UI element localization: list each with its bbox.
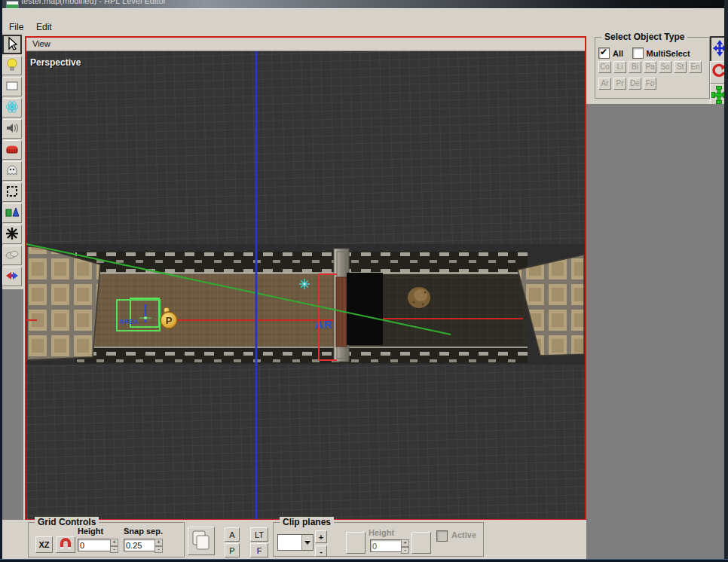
- cursor-icon: [5, 36, 20, 53]
- type-areas-button[interactable]: Ar: [598, 78, 611, 90]
- tool-static-objects-button[interactable]: [2, 140, 22, 160]
- grid-controls-group: Grid Controls XZ Height + - Snap sep. + …: [28, 522, 185, 557]
- menu-file[interactable]: File: [6, 20, 26, 34]
- spinner-down-button[interactable]: -: [110, 546, 118, 554]
- magnet-icon: [58, 537, 73, 552]
- scene-3d[interactable]: AREA AREA: [26, 51, 585, 519]
- particle-atom-icon: [5, 99, 20, 117]
- primitives-icon: [5, 205, 20, 222]
- clip-plane-selected-value: [278, 535, 301, 550]
- ghost-icon: [5, 163, 20, 180]
- tool-billboards-button[interactable]: [2, 77, 22, 96]
- tool-areas-button[interactable]: [2, 182, 22, 202]
- title-bar: tester.map(modified) - HPL Level Editor: [0, 0, 728, 8]
- wall-bottom-rail: [75, 347, 528, 363]
- grid-height-label: Height: [78, 527, 103, 536]
- clip-height-input[interactable]: [370, 539, 402, 552]
- left-filler-panel: [2, 289, 23, 520]
- grid-controls-title: Grid Controls: [35, 517, 99, 527]
- type-primitives-button[interactable]: Pr: [613, 78, 626, 90]
- dashed-box-icon: [5, 184, 20, 201]
- grid-plane-button[interactable]: XZ: [35, 536, 53, 553]
- grid-height-spinner: + -: [110, 539, 118, 553]
- billboard-icon: [5, 78, 20, 96]
- clip-plane-select[interactable]: [277, 534, 314, 551]
- type-compound-button[interactable]: Co: [598, 61, 611, 73]
- wall-top-rail: [75, 252, 528, 274]
- brick-icon: [5, 142, 20, 159]
- multiselect-checkbox-label: MultiSelect: [647, 49, 690, 58]
- spinner-up-button[interactable]: +: [154, 539, 163, 546]
- spinner-down-button[interactable]: -: [154, 546, 163, 554]
- tool-combine-button[interactable]: [2, 267, 22, 286]
- wall-bottom-edge-highlight: [75, 347, 528, 348]
- viewport: View: [25, 36, 586, 520]
- menu-edit[interactable]: Edit: [33, 20, 55, 34]
- f-button[interactable]: F: [250, 543, 268, 557]
- corridor-floor-wood: [90, 271, 347, 348]
- clip-active-label: Active: [451, 530, 476, 539]
- wall-top-edge-highlight: [75, 272, 528, 274]
- clip-plane-side-button[interactable]: [411, 532, 431, 554]
- speaker-icon: [5, 121, 20, 138]
- window-title: tester.map(modified) - HPL Level Editor: [21, 0, 166, 5]
- type-entities-button[interactable]: En: [689, 61, 702, 73]
- cloud-icon: [5, 247, 20, 264]
- tool-decals-button[interactable]: [2, 224, 22, 244]
- scene-canvas[interactable]: AREA AREA: [26, 51, 585, 519]
- multiselect-checkbox[interactable]: [632, 47, 644, 59]
- lightbulb-icon: [5, 57, 20, 75]
- select-object-type-title: Select Object Type: [601, 32, 687, 42]
- selected-area-label: AREA: [119, 318, 139, 325]
- view-menu[interactable]: View: [32, 39, 50, 48]
- type-fog-button[interactable]: Fo: [644, 78, 656, 90]
- clip-height-label: Height: [369, 528, 394, 537]
- player-marker-letter: P: [166, 315, 173, 326]
- dropdown-arrow-icon[interactable]: [301, 535, 313, 550]
- type-lights-button[interactable]: Li: [613, 61, 626, 73]
- spinner-down-button[interactable]: -: [401, 547, 409, 554]
- tool-particles-button[interactable]: [2, 98, 22, 118]
- viewport-layout-button[interactable]: [188, 527, 215, 555]
- menu-bar: File Edit: [0, 8, 728, 34]
- remove-clip-plane-button[interactable]: -: [315, 545, 327, 557]
- gizmo-center: [144, 316, 147, 319]
- all-checkbox-label: All: [613, 49, 623, 58]
- p-button[interactable]: P: [225, 543, 240, 557]
- type-particles-button[interactable]: Pa: [644, 61, 656, 73]
- tool-sounds-button[interactable]: [2, 119, 22, 139]
- tool-fog-areas-button[interactable]: [2, 246, 22, 265]
- tool-lights-button[interactable]: [2, 56, 22, 75]
- clip-height-spinner: + -: [401, 539, 409, 554]
- add-clip-plane-button[interactable]: +: [315, 530, 327, 543]
- snap-toggle-button[interactable]: [56, 536, 75, 553]
- spinner-up-button[interactable]: +: [110, 539, 118, 546]
- tool-primitives-button[interactable]: [2, 203, 22, 223]
- snap-sep-input[interactable]: [124, 539, 155, 551]
- type-static-button[interactable]: St: [674, 61, 687, 73]
- lt-button[interactable]: LT: [250, 527, 268, 542]
- select-object-type-group: Select Object Type All MultiSelect Co Li…: [595, 37, 710, 99]
- grid-height-input[interactable]: [78, 539, 111, 551]
- debris-decal: [408, 287, 430, 308]
- window-frame-bottom: [0, 559, 728, 562]
- clip-planes-group: Clip planes + - Height + - Active: [273, 522, 484, 557]
- type-billboards-button[interactable]: Bi: [629, 61, 641, 73]
- clip-plane-axis-button[interactable]: [346, 532, 366, 554]
- combine-arrows-icon: [5, 268, 20, 286]
- tool-entities-button[interactable]: [2, 161, 22, 181]
- clip-planes-title: Clip planes: [280, 517, 334, 527]
- a-button[interactable]: A: [225, 527, 240, 542]
- type-decals-button[interactable]: De: [629, 78, 641, 90]
- end-wall-left: [27, 246, 100, 360]
- door-opening: [347, 273, 383, 345]
- splat-icon: [5, 226, 20, 243]
- pages-icon: [191, 530, 211, 552]
- spinner-up-button[interactable]: +: [401, 539, 409, 547]
- type-sounds-button[interactable]: So: [659, 61, 671, 73]
- tool-select-button[interactable]: [2, 35, 22, 54]
- all-checkbox[interactable]: [598, 47, 610, 59]
- editor-window: tester.map(modified) - HPL Level Editor …: [0, 0, 728, 562]
- bottom-bar: Grid Controls XZ Height + - Snap sep. + …: [0, 520, 586, 559]
- clip-active-checkbox[interactable]: [436, 530, 448, 542]
